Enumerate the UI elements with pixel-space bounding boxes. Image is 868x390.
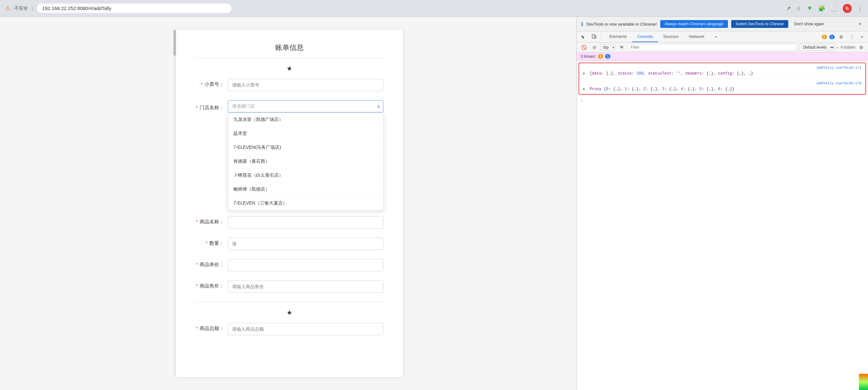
console-link-1[interactable]: AddTally.vue?b139:171 — [816, 66, 862, 70]
product-row: * 商品名称： — [195, 216, 383, 229]
product-input[interactable] — [228, 216, 383, 229]
issues-warn-badge: 2 — [598, 54, 603, 59]
console-output: AddTally.vue?b139:171 ▶ {data: {…}, stat… — [577, 61, 868, 390]
bookmark-icon[interactable]: ☆ — [796, 5, 801, 12]
issues-info-badge: 1 — [605, 54, 610, 59]
context-selector[interactable]: top — [600, 44, 616, 51]
store-select-wrapper: 请选择门店 ∧ 九龙冰室（凯德广场店） 益禾堂 7-ELEVEN(马务广场店) … — [228, 100, 383, 113]
tab-bar-container: Elements Console Sources Network » — [601, 31, 725, 42]
clear-console-button[interactable]: 🚫 — [579, 44, 589, 51]
scrollbar-thumb[interactable] — [174, 30, 176, 56]
switch-chinese-button[interactable]: Switch DevTools to Chinese — [731, 20, 788, 28]
inspect-element-button[interactable] — [579, 33, 588, 41]
info-icon: ℹ — [581, 21, 583, 27]
receipt-row: * 小票号： — [195, 79, 383, 91]
device-icon — [591, 34, 597, 39]
window-icon[interactable]: ⬜ — [830, 5, 838, 12]
dropdown-item-4[interactable]: 卜蜂莲花（白云黄石店） — [228, 169, 383, 182]
form-card: 账单信息 ★ * 小票号： * 门店名称： — [176, 30, 403, 377]
sale-price-label: * 商品售价： — [195, 280, 228, 289]
devtools-panel: ℹ DevTools is now available in Chinese! … — [576, 17, 868, 390]
settings-button[interactable]: ⚙ — [837, 33, 845, 41]
profile-icon[interactable]: h — [843, 4, 852, 13]
store-placeholder: 请选择门店 — [232, 103, 255, 109]
unit-price-input[interactable] — [228, 259, 383, 271]
total-input[interactable] — [228, 323, 383, 335]
unit-price-row: * 商品单价： — [195, 259, 383, 271]
browser-bar: ⚠ 不安全 | 192.168.22.252:8080/#/addTally ↗… — [0, 0, 868, 17]
tab-sources[interactable]: Sources — [658, 31, 684, 42]
dropdown-item-6[interactable]: 7-ELEVEN（三银大厦店） — [228, 197, 383, 210]
browser-icons: ↗ ☆ ▼ 🧩 ⬜ h ⋮ — [786, 4, 863, 13]
quantity-row: * 数量： — [195, 238, 383, 250]
tab-console[interactable]: Console — [632, 31, 658, 42]
store-row: * 门店名称： 请选择门店 ∧ 九龙冰室（凯德广场店） 益禾堂 7-ELEVEN… — [195, 100, 383, 113]
context-wrapper: top ▾ — [600, 44, 616, 51]
quantity-input[interactable] — [228, 238, 383, 250]
store-dropdown-menu: 九龙冰室（凯德广场店） 益禾堂 7-ELEVEN(马务广场店) 肯德基（黄石西）… — [228, 113, 383, 210]
dropdown-item-0[interactable]: 九龙冰室（凯德广场店） — [228, 113, 383, 127]
dropdown-item-5[interactable]: 鲍师傅（凯德店） — [228, 182, 383, 197]
devtools-left-icons — [577, 33, 601, 41]
console-entry-1-text: ▶ {data: {…}, status: 200, statusText: '… — [583, 71, 862, 76]
dropdown-item-2[interactable]: 7-ELEVEN(马务广场店) — [228, 141, 383, 155]
expand-icon-1[interactable]: ▶ — [583, 71, 585, 76]
filter-input[interactable] — [628, 44, 797, 51]
receipt-label: * 小票号： — [195, 79, 228, 88]
dont-show-again-button[interactable]: Don't show again — [792, 20, 827, 28]
console-entry-2: AddTally.vue?b139:179 ▶ Proxy {0: {…}, 1… — [579, 79, 865, 94]
svg-rect-0 — [592, 35, 595, 38]
dropdown-item-3[interactable]: 肯德基（黄石西） — [228, 155, 383, 169]
triangle-icon: ▸ — [837, 46, 838, 49]
info-badge: 1 — [830, 35, 835, 39]
menu-icon[interactable]: ⋮ — [857, 5, 863, 12]
match-language-button[interactable]: Always match Chrome's language — [660, 20, 728, 28]
receipt-input[interactable] — [228, 79, 383, 91]
devtools-notification: ℹ DevTools is now available in Chinese! … — [577, 17, 868, 31]
console-prompt: › — [577, 97, 868, 105]
star-icon-bottom: ★ — [195, 309, 383, 317]
address-bar[interactable]: 192.168.22.252:8080/#/addTally — [37, 4, 231, 13]
console-entry-1-header: AddTally.vue?b139:171 — [583, 66, 862, 70]
tab-network[interactable]: Network — [684, 31, 710, 42]
issues-label: 3 Issues: — [581, 54, 596, 59]
eye-button[interactable]: 👁 — [617, 44, 626, 51]
expand-icon-2[interactable]: ▶ — [583, 87, 585, 91]
extension-icon[interactable]: ▼ — [806, 4, 813, 12]
preserve-log-button[interactable]: ⊘ — [591, 44, 598, 51]
device-toolbar-button[interactable] — [590, 33, 599, 41]
devtools-tab-icons: 2 1 ⚙ ⋮ × — [822, 33, 868, 41]
more-options-button[interactable]: ⋮ — [848, 33, 856, 41]
console-toolbar: 🚫 ⊘ top ▾ 👁 Default levels ▸ 4 hidden ⚙ — [577, 42, 868, 53]
puzzle-icon[interactable]: 🧩 — [818, 5, 825, 12]
hidden-count: 4 hidden — [840, 45, 855, 50]
form-divider — [195, 58, 383, 58]
sale-price-input[interactable] — [228, 280, 383, 293]
levels-selector[interactable]: Default levels — [799, 44, 835, 51]
close-notification-button[interactable]: × — [857, 21, 864, 28]
console-entry-1: AddTally.vue?b139:171 ▶ {data: {…}, stat… — [579, 63, 865, 79]
dropdown-item-1[interactable]: 益禾堂 — [228, 127, 383, 141]
separator: | — [32, 5, 33, 11]
page-content: 账单信息 ★ * 小票号： * 门店名称： — [0, 17, 576, 390]
form-divider-2 — [195, 302, 383, 302]
tab-elements[interactable]: Elements — [604, 31, 632, 42]
issues-bar: 3 Issues: 2 1 — [577, 53, 868, 61]
devtools-tab-bar: Elements Console Sources Network » 2 1 ⚙… — [577, 31, 868, 42]
sale-price-row: * 商品售价： — [195, 280, 383, 293]
settings-console-button[interactable]: ⚙ — [857, 44, 865, 51]
console-section: AddTally.vue?b139:171 ▶ {data: {…}, stat… — [579, 63, 866, 95]
close-devtools-button[interactable]: × — [859, 33, 865, 41]
store-label: * 门店名称： — [195, 102, 228, 111]
store-select[interactable]: 请选择门店 ∧ — [228, 100, 383, 113]
prompt-arrow-icon: › — [581, 98, 583, 103]
corner-widget — [859, 374, 868, 390]
more-tabs[interactable]: » — [710, 31, 722, 42]
warning-text: 不安全 — [14, 5, 28, 11]
form-title: 账单信息 — [195, 43, 383, 53]
product-label: * 商品名称： — [195, 216, 228, 225]
chevron-up-icon: ∧ — [377, 104, 380, 109]
share-icon[interactable]: ↗ — [786, 5, 791, 12]
console-entry-2-content: Proxy {0: {…}, 1: {…}, 2: {…}, 3: {…}, 4… — [590, 87, 735, 91]
console-link-2[interactable]: AddTally.vue?b139:179 — [816, 81, 862, 85]
